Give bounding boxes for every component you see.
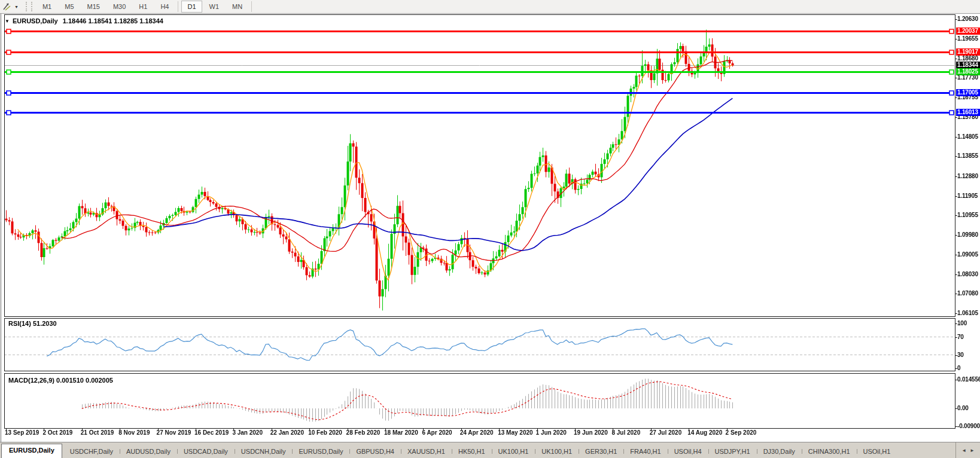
macd-label: MACD(12,26,9) 0.001510 0.002005 <box>8 377 113 384</box>
date-axis-label: 27 Jul 2020 <box>650 429 681 436</box>
tf-button-m15[interactable]: M15 <box>81 1 106 13</box>
price-axis-tick-label: 1.19655 <box>957 35 980 42</box>
price-axis-tick-label: 1.07080 <box>957 290 980 297</box>
chart-tab-7[interactable]: XAUUSD,H1 <box>401 445 452 458</box>
tf-button-m30[interactable]: M30 <box>107 1 132 13</box>
chart-tab-15[interactable]: DJ30,Daily <box>757 445 802 458</box>
date-axis-label: 2 Oct 2019 <box>42 429 72 436</box>
rsi-axis-tick-label: 0 <box>957 365 980 371</box>
chart-tab-11[interactable]: GER30,H1 <box>579 445 623 458</box>
chart-title: ▼EURUSD,Daily1.18446 1.18541 1.18285 1.1… <box>5 17 163 25</box>
top-toolbar: ▼ M1M5M15M30H1H4D1W1MN <box>0 0 980 14</box>
price-axis-tick-label: 1.12880 <box>957 173 980 179</box>
chart-title-caret-icon[interactable]: ▼ <box>5 19 10 24</box>
price-axis-tick-label: 1.20630 <box>957 16 980 22</box>
price-level-badge: 1.19017 <box>956 48 980 56</box>
rsi-axis-tick-label: 100 <box>957 320 980 326</box>
date-axis-label: 27 Nov 2019 <box>157 429 191 436</box>
date-axis-label: 14 Aug 2020 <box>687 429 722 436</box>
chart-tab-bar: EURUSD,DailyUSDCHF,DailyAUDUSD,DailyUSDC… <box>0 442 980 458</box>
date-axis-label: 8 Nov 2019 <box>118 429 150 436</box>
tf-button-m1[interactable]: M1 <box>36 1 57 13</box>
tab-scroll-right-icon[interactable]: ► <box>970 448 975 453</box>
toolbar-separator <box>178 1 178 12</box>
date-axis-label: 10 Feb 2020 <box>308 429 342 436</box>
price-axis-tick-label: 1.09980 <box>957 231 980 238</box>
toolbar-separator <box>251 1 252 12</box>
date-axis-label: 21 Oct 2019 <box>81 429 114 436</box>
chart-tab-10[interactable]: UK100,H1 <box>535 445 579 458</box>
date-axis-label: 8 Jul 2020 <box>611 429 640 436</box>
date-axis-label: 13 Sep 2019 <box>5 429 39 436</box>
price-axis-tick-label: 1.06105 <box>957 310 980 316</box>
price-axis-tick-label: 1.08030 <box>957 271 980 277</box>
chart-tab-1[interactable]: USDCHF,Daily <box>63 445 120 458</box>
chart-draw-icon[interactable] <box>2 2 13 11</box>
chart-tab-6[interactable]: GBPUSD,H4 <box>349 445 401 458</box>
chart-tab-0[interactable]: EURUSD,Daily <box>1 444 62 458</box>
chart-tab-14[interactable]: USDJPY,H1 <box>708 445 757 458</box>
chart-tab-9[interactable]: UK100,H1 <box>492 445 535 458</box>
price-axis-tick-label: 1.09005 <box>957 251 980 258</box>
chart-tab-3[interactable]: USDCAD,Daily <box>177 445 235 458</box>
date-axis-label: 2 Sep 2020 <box>726 429 757 436</box>
date-axis-label: 3 Jan 2020 <box>232 429 263 436</box>
price-level-badge: 1.18025 <box>956 68 980 75</box>
rsi-axis-tick-label: 30 <box>957 352 980 358</box>
price-axis-tick-label: 1.10955 <box>957 212 980 218</box>
ohlc-values: 1.18446 1.18541 1.18285 1.18344 <box>63 17 163 25</box>
price-axis-tick-label: 1.13855 <box>957 152 980 159</box>
chart-tab-13[interactable]: USOil,H4 <box>668 445 708 458</box>
chart-tab-12[interactable]: FRA40,H1 <box>623 445 667 458</box>
macd-axis-tick-label: -0.00900 <box>957 423 980 429</box>
date-axis-label: 16 Dec 2019 <box>194 429 229 436</box>
date-axis-label: 22 Jan 2020 <box>270 429 304 436</box>
tf-button-h1[interactable]: H1 <box>133 1 153 13</box>
tab-scroll-controls: ◄ ► <box>955 442 980 458</box>
macd-axis-tick-label: 0.014556 <box>957 376 980 383</box>
chart-region: ▼EURUSD,Daily1.18446 1.18541 1.18285 1.1… <box>0 0 980 458</box>
tab-scroll-left-icon[interactable]: ◄ <box>961 448 966 453</box>
terminal-window: ▼EURUSD,Daily1.18446 1.18541 1.18285 1.1… <box>0 0 980 458</box>
date-axis-label: 28 Feb 2020 <box>346 429 381 436</box>
price-level-badge: 1.17005 <box>956 89 980 96</box>
chart-tabs: EURUSD,DailyUSDCHF,DailyAUDUSD,DailyUSDC… <box>0 442 955 458</box>
macd-axis-tick-label: 0.00 <box>957 405 980 411</box>
date-axis-label: 1 Jun 2020 <box>536 429 567 436</box>
rsi-axis-tick-label: 70 <box>957 334 980 340</box>
date-axis-label: 6 Apr 2020 <box>422 429 452 436</box>
price-axis-tick-label: 1.18680 <box>957 55 980 62</box>
date-axis-label: 24 Apr 2020 <box>460 429 494 436</box>
date-axis-label: 19 Jun 2020 <box>574 429 608 436</box>
chart-tab-4[interactable]: USDCNH,Daily <box>235 445 293 458</box>
price-axis-tick-label: 1.11905 <box>957 193 980 199</box>
chart-tab-16[interactable]: CHINA300,H1 <box>802 445 857 458</box>
price-axis-tick-label: 1.14805 <box>957 133 980 140</box>
chart-tab-2[interactable]: AUDUSD,Daily <box>120 445 177 458</box>
date-axis-label: 13 May 2020 <box>498 429 532 436</box>
price-level-badge: 1.16013 <box>956 109 980 116</box>
chart-tab-8[interactable]: HK50,H1 <box>452 445 492 458</box>
tf-button-m5[interactable]: M5 <box>59 1 80 13</box>
tf-button-mn[interactable]: MN <box>226 1 248 13</box>
toolbar-grip[interactable] <box>26 2 32 11</box>
price-chart-canvas[interactable] <box>0 0 980 458</box>
price-level-badge: 1.20037 <box>956 28 980 35</box>
chart-tab-17[interactable]: USOil,H1 <box>857 445 897 458</box>
chart-tab-5[interactable]: EURUSD,Daily <box>292 445 349 458</box>
date-axis-label: 18 Mar 2020 <box>384 429 418 436</box>
chart-draw-dropdown-icon[interactable]: ▼ <box>14 5 19 9</box>
tf-button-h4[interactable]: H4 <box>154 1 175 13</box>
tf-button-d1[interactable]: D1 <box>181 1 202 13</box>
symbol-timeframe-label: EURUSD,Daily <box>13 17 58 25</box>
tf-button-w1[interactable]: W1 <box>203 1 226 13</box>
timeframe-bar: M1M5M15M30H1H4D1W1MN <box>36 0 254 13</box>
rsi-label: RSI(14) 51.2030 <box>8 320 57 327</box>
